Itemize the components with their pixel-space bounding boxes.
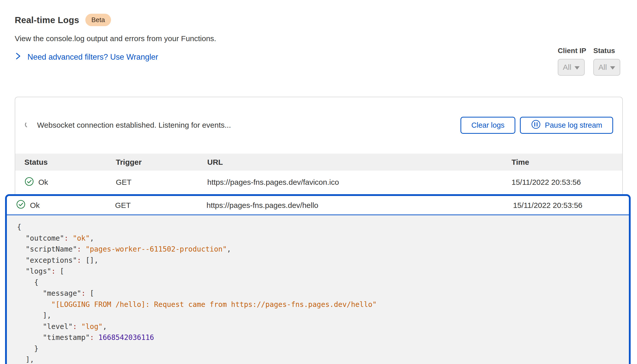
log-detail-json: { "outcome": "ok", "scriptName": "pages-… [7, 215, 629, 364]
chevron-right-icon [15, 52, 21, 62]
page-subtitle: View the console.log output and errors f… [15, 34, 216, 43]
status-value: Ok [30, 201, 40, 210]
realtime-logs-page: Real-time Logs Beta View the console.log… [0, 0, 637, 364]
clear-logs-label: Clear logs [471, 121, 505, 129]
client-ip-filter: Client IP All [558, 47, 586, 76]
status-ok-icon [16, 200, 26, 211]
wrangler-link-label: Need advanced filters? Use Wrangler [27, 53, 158, 62]
logs-panel: Websocket connection established. Listen… [15, 97, 623, 194]
log-actions: Clear logs Pause log stream [460, 117, 613, 134]
client-ip-dropdown[interactable]: All [558, 59, 585, 76]
websocket-status-message: Websocket connection established. Listen… [37, 121, 231, 129]
pause-icon [531, 119, 541, 131]
table-header: Status Trigger URL Time [15, 154, 622, 171]
filters: Client IP All Status All [558, 47, 620, 76]
spinner-icon [24, 121, 31, 129]
table-row-selected[interactable]: Ok GET https://pages-fns.pages.dev/hello… [7, 196, 629, 215]
client-ip-value: All [563, 63, 571, 72]
page-header: Real-time Logs Beta View the console.log… [15, 14, 216, 62]
status-filter-value: All [598, 63, 607, 72]
caret-down-icon [610, 66, 615, 70]
beta-badge: Beta [85, 14, 111, 26]
status-ok-icon [24, 177, 34, 188]
pause-log-stream-label: Pause log stream [545, 121, 602, 129]
url-value: https://pages-fns.pages.dev/hello [206, 201, 513, 210]
status-dropdown[interactable]: All [593, 59, 620, 76]
expanded-log-card: Ok GET https://pages-fns.pages.dev/hello… [5, 194, 631, 364]
status-filter: Status All [593, 47, 620, 76]
trigger-value: GET [116, 178, 207, 187]
clear-logs-button[interactable]: Clear logs [460, 117, 516, 134]
column-header-url: URL [207, 158, 512, 167]
column-header-time: Time [512, 158, 613, 167]
column-header-trigger: Trigger [116, 158, 207, 167]
status-filter-label: Status [593, 47, 620, 55]
caret-down-icon [575, 66, 580, 70]
client-ip-label: Client IP [558, 47, 586, 55]
status-value: Ok [38, 178, 48, 187]
table-row[interactable]: Ok GET https://pages-fns.pages.dev/favic… [15, 171, 622, 194]
page-title: Real-time Logs [15, 15, 79, 25]
websocket-status-row: Websocket connection established. Listen… [15, 117, 622, 134]
time-value: 15/11/2022 20:53:56 [513, 201, 620, 210]
time-value: 15/11/2022 20:53:56 [512, 178, 613, 187]
column-header-status: Status [24, 158, 116, 167]
wrangler-link[interactable]: Need advanced filters? Use Wrangler [15, 52, 158, 62]
url-value: https://pages-fns.pages.dev/favicon.ico [207, 178, 512, 187]
trigger-value: GET [115, 201, 206, 210]
pause-log-stream-button[interactable]: Pause log stream [520, 117, 613, 134]
